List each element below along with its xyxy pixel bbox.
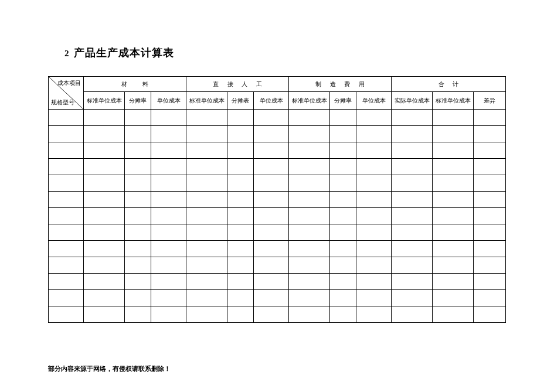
table-row bbox=[49, 142, 506, 159]
table-cell bbox=[433, 257, 474, 274]
table-row bbox=[49, 159, 506, 175]
table-cell bbox=[254, 224, 289, 241]
table-cell bbox=[254, 257, 289, 274]
table-cell bbox=[49, 290, 84, 306]
table-cell bbox=[84, 110, 125, 126]
table-cell bbox=[49, 274, 84, 290]
col-header: 标准单位成本 bbox=[433, 92, 474, 110]
table-cell bbox=[254, 142, 289, 159]
table-cell bbox=[392, 142, 433, 159]
table-cell bbox=[186, 257, 227, 274]
table-cell bbox=[356, 241, 392, 257]
table-cell bbox=[356, 192, 392, 208]
table-cell bbox=[474, 208, 506, 224]
table-cell bbox=[254, 110, 289, 126]
table-cell bbox=[330, 224, 356, 241]
table-cell bbox=[289, 142, 330, 159]
table-cell bbox=[474, 290, 506, 306]
table-cell bbox=[151, 159, 186, 175]
col-header: 差异 bbox=[474, 92, 506, 110]
corner-top-label: 成本项目 bbox=[57, 79, 81, 87]
table-cell bbox=[84, 274, 125, 290]
table-cell bbox=[227, 192, 254, 208]
table-cell bbox=[289, 175, 330, 192]
table-cell bbox=[186, 290, 227, 306]
table-cell bbox=[433, 290, 474, 306]
table-cell bbox=[49, 257, 84, 274]
table-cell bbox=[330, 290, 356, 306]
col-header: 实际单位成本 bbox=[392, 92, 433, 110]
table-cell bbox=[289, 224, 330, 241]
table-cell bbox=[289, 306, 330, 323]
table-cell bbox=[227, 142, 254, 159]
table-cell bbox=[227, 175, 254, 192]
col-header: 单位成本 bbox=[356, 92, 392, 110]
table-cell bbox=[227, 126, 254, 142]
table-cell bbox=[186, 306, 227, 323]
table-row bbox=[49, 274, 506, 290]
corner-bottom-label: 规格型号 bbox=[51, 98, 74, 107]
table-cell bbox=[433, 274, 474, 290]
table-cell bbox=[227, 306, 254, 323]
table-cell bbox=[330, 274, 356, 290]
table-cell bbox=[125, 126, 151, 142]
table-cell bbox=[151, 290, 186, 306]
table-cell bbox=[49, 159, 84, 175]
table-cell bbox=[151, 274, 186, 290]
table-cell bbox=[356, 224, 392, 241]
table-cell bbox=[433, 224, 474, 241]
table-cell bbox=[125, 159, 151, 175]
table-cell bbox=[186, 126, 227, 142]
table-cell bbox=[49, 192, 84, 208]
table-cell bbox=[49, 224, 84, 241]
table-cell bbox=[227, 110, 254, 126]
table-cell bbox=[330, 192, 356, 208]
table-cell bbox=[392, 126, 433, 142]
table-cell bbox=[254, 290, 289, 306]
table-cell bbox=[474, 224, 506, 241]
table-cell bbox=[254, 241, 289, 257]
table-cell bbox=[227, 159, 254, 175]
table-cell bbox=[289, 126, 330, 142]
table-row bbox=[49, 257, 506, 274]
table-cell bbox=[433, 159, 474, 175]
table-cell bbox=[49, 306, 84, 323]
corner-cell: 成本项目 规格型号 bbox=[49, 77, 84, 110]
table-cell bbox=[392, 290, 433, 306]
table-cell bbox=[125, 142, 151, 159]
table-row bbox=[49, 208, 506, 224]
table-cell bbox=[392, 241, 433, 257]
table-cell bbox=[84, 306, 125, 323]
table-row bbox=[49, 192, 506, 208]
table-cell bbox=[49, 110, 84, 126]
table-cell bbox=[356, 274, 392, 290]
title-text: 产品生产成本计算表 bbox=[74, 46, 174, 60]
table-cell bbox=[151, 175, 186, 192]
table-cell bbox=[84, 126, 125, 142]
table-cell bbox=[433, 126, 474, 142]
table-cell bbox=[474, 142, 506, 159]
table-cell bbox=[125, 208, 151, 224]
table-cell bbox=[356, 306, 392, 323]
table-cell bbox=[84, 175, 125, 192]
table-cell bbox=[392, 175, 433, 192]
table-cell bbox=[125, 241, 151, 257]
table-cell bbox=[227, 241, 254, 257]
table-cell bbox=[289, 208, 330, 224]
col-header: 分摊表 bbox=[227, 92, 254, 110]
table-cell bbox=[49, 142, 84, 159]
table-cell bbox=[356, 142, 392, 159]
table-cell bbox=[227, 224, 254, 241]
table-cell bbox=[474, 110, 506, 126]
table-cell bbox=[392, 224, 433, 241]
table-cell bbox=[289, 274, 330, 290]
table-row bbox=[49, 241, 506, 257]
table-cell bbox=[254, 274, 289, 290]
group-header-materials: 材 料 bbox=[84, 77, 186, 92]
table-cell bbox=[227, 257, 254, 274]
table-cell bbox=[433, 175, 474, 192]
table-cell bbox=[151, 306, 186, 323]
group-header-labor: 直 接 人 工 bbox=[186, 77, 289, 92]
table-cell bbox=[151, 142, 186, 159]
table-cell bbox=[254, 306, 289, 323]
